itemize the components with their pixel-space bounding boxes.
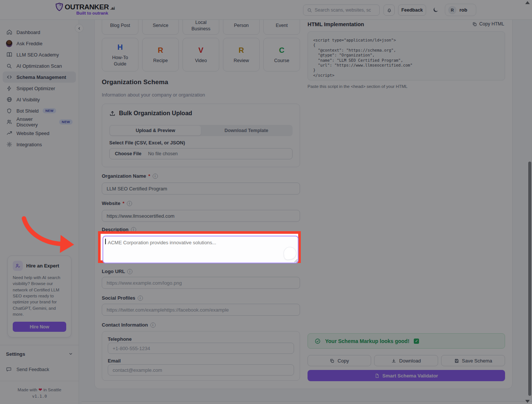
schema-type-label: How-To Guide [108,55,132,67]
email-input[interactable] [108,364,294,376]
search-input[interactable] [315,7,371,13]
check-circle-icon [315,338,321,344]
freddie-avatar [6,40,12,47]
download-icon [391,358,396,363]
schema-type-course[interactable]: C Course [263,38,300,71]
info-icon [150,322,156,328]
info-icon [138,296,143,301]
checkmark-icon [414,339,419,344]
schema-type-label: Video [195,58,207,64]
new-badge: NEW [59,119,73,125]
sidebar-item-answer-discovery[interactable]: Answer Discovery NEW [3,116,76,128]
chevron-left-icon [77,27,81,30]
choose-file-button[interactable]: Choose File [115,151,141,156]
sidebar-item-ai-visibility[interactable]: AI Visibility [3,94,76,105]
shield-icon [6,108,12,114]
org-name-input[interactable] [102,183,300,195]
schema-type-label: Review [234,58,249,64]
sidebar-divider [0,345,79,345]
schema-valid-banner: Your Schema Markup looks good! [308,333,505,349]
file-input[interactable]: Choose File No file chosen [109,148,293,159]
hire-expert-body: Need help with AI search visibility? Bro… [13,275,66,317]
sidebar-item-dashboard[interactable]: Dashboard [3,27,76,38]
description-textarea-wrap [103,236,299,263]
sidebar-item-snippet-optimizer[interactable]: Snippet Optimizer [3,83,76,94]
recipe-letter-icon: R [158,45,163,55]
send-feedback-button[interactable]: Send Feedback [6,367,49,372]
document-icon [374,373,379,378]
feedback-button[interactable]: Feedback [398,4,426,16]
settings-toggle[interactable]: Settings [0,348,79,360]
required-asterisk: * [123,201,125,206]
bulk-upload-title: Bulk Organization Upload [109,110,192,117]
scroll-down-arrow[interactable] [525,400,530,403]
top-bar: OUTRANKER .ai Built to outrank Feedback … [0,0,532,20]
how-to-letter-icon: H [117,42,123,52]
text-caret [105,239,106,244]
schema-type-recipe[interactable]: R Recipe [142,38,179,71]
home-icon [6,29,12,36]
tab-download-template[interactable]: Download Template [201,126,292,135]
new-badge: NEW [43,108,56,113]
made-with-line: Made with ❤ in Seattle [0,387,79,392]
user-menu[interactable]: R rob [445,4,476,16]
sidebar: Dashboard Ask Freddie LLM SEO Academy AI… [0,20,79,404]
chat-bubble-icon [6,367,12,372]
brand-suffix: .ai [110,6,115,11]
logo-url-input[interactable] [102,277,300,289]
search-icon [307,8,312,13]
copy-html-button[interactable]: Copy HTML [472,21,504,27]
org-name-label: Organization Name * [102,173,158,179]
code-line: "@context": "https://schema.org", [313,48,499,53]
social-profiles-input[interactable] [102,304,300,316]
schema-type-review[interactable]: R Review [223,38,260,71]
code-icon [6,74,12,80]
code-line: { [313,43,499,48]
textarea-resize-handle[interactable] [294,259,298,263]
schema-type-how-to-guide[interactable]: H How-To Guide [102,38,138,71]
telephone-input[interactable] [108,343,294,354]
sidebar-item-llm-seo-academy[interactable]: LLM SEO Academy [3,49,76,60]
schema-type-label: Event [276,22,288,28]
outranker-shield-icon [55,3,63,11]
sidebar-item-schema-management[interactable]: Schema Management [3,71,76,83]
sidebar-collapse-button[interactable] [75,24,83,33]
sidebar-item-website-speed[interactable]: Website Speed [3,128,76,139]
hire-now-button[interactable]: Hire Now [13,322,66,332]
footer-strip [82,401,532,404]
upload-icon [109,110,116,117]
chevron-down-icon [68,352,73,356]
download-button[interactable]: Download [374,355,438,366]
sidebar-item-bot-shield[interactable]: Bot Shield NEW [3,105,76,116]
moon-icon [432,7,439,13]
globe-icon [6,97,12,103]
sidebar-item-ask-freddie[interactable]: Ask Freddie [3,38,76,49]
sidebar-nav: Dashboard Ask Freddie LLM SEO Academy AI… [0,20,79,150]
scroll-up-arrow[interactable] [525,1,530,4]
gear-icon [6,141,12,148]
brand-logo[interactable]: OUTRANKER .ai Built to outrank [55,3,115,15]
description-label: Description [102,227,136,232]
sidebar-item-ai-optimization-scan[interactable]: AI Optimization Scan [3,60,76,71]
schema-type-video[interactable]: V Video [183,38,219,71]
html-impl-title: HTML Implementation [308,21,364,27]
required-asterisk: * [148,173,150,179]
save-schema-button[interactable]: Save Schema [441,355,505,366]
users-icon [6,119,12,125]
copy-button[interactable]: Copy [308,355,371,366]
schema-type-label: Service [153,22,168,28]
website-input[interactable] [102,210,300,222]
scrollbar-thumb[interactable] [528,162,531,396]
website-label: Website * [102,201,132,206]
select-file-label: Select File (CSV, Excel, or JSON) [109,140,185,146]
description-textarea[interactable] [108,240,293,259]
notifications-button[interactable] [383,4,395,16]
bulk-upload-tabs: Upload & Preview Download Template [109,125,293,136]
dark-mode-toggle[interactable] [432,7,439,13]
section-title: Organization Schema [102,79,168,86]
tab-upload-preview[interactable]: Upload & Preview [110,126,201,135]
code-line: "url": "https://www.llmseocertified.com" [313,63,499,68]
smart-schema-validator-button[interactable]: Smart Schema Validator [308,370,505,381]
sidebar-item-integrations[interactable]: Integrations [3,139,76,150]
schema-type-label: Person [234,22,249,28]
